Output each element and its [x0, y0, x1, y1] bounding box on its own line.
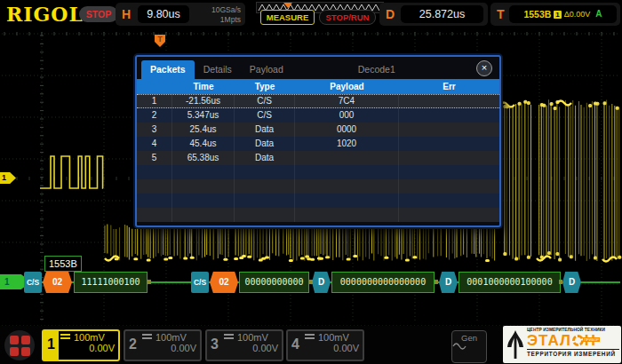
d-label: D: [386, 7, 395, 21]
trigger-channel-badge: 1: [554, 11, 561, 19]
decode-bus-label: 1553B: [44, 256, 82, 272]
bus-segment: 02: [43, 272, 72, 293]
tab-decode1[interactable]: Decode1: [349, 60, 404, 79]
channel-2-button[interactable]: 2 100mV 0.00V: [124, 329, 202, 361]
dc-coupling-icon: [60, 334, 70, 342]
channel-4-button[interactable]: 4 100mV 0.00V: [286, 329, 364, 361]
sine-wave-icon: [452, 343, 466, 350]
channel-offset: 0.00V: [60, 343, 115, 353]
delay-value[interactable]: 25.872us: [401, 5, 483, 23]
bus-segment: D: [312, 272, 331, 293]
channel-offset: 0.00V: [305, 343, 359, 353]
channel-1-button[interactable]: 1 100mV 0.00V: [42, 329, 120, 361]
channel-scale: 100mV: [74, 332, 105, 343]
table-row-empty: [137, 194, 499, 208]
gear-icon: [572, 335, 584, 346]
channel-scale: 100mV: [318, 332, 349, 343]
tab-packets[interactable]: Packets: [141, 60, 195, 79]
horizontal-panel[interactable]: H 9.80us 10GSa/s1Mpts: [116, 3, 245, 26]
trigger-source: 1553B: [523, 5, 551, 23]
delay-panel[interactable]: D 25.872us: [379, 3, 488, 26]
measure-button[interactable]: MEASURE: [260, 10, 315, 25]
table-row-empty: [137, 179, 499, 194]
table-row-empty: [137, 208, 499, 222]
col-type: Type: [235, 79, 295, 94]
bus-segment: C/S: [24, 272, 42, 293]
tab-details[interactable]: Details: [195, 60, 241, 79]
table-row[interactable]: 325.4us Data0000: [137, 123, 499, 137]
trigger-mode: A: [595, 5, 602, 23]
timebase-value[interactable]: 9.80us: [138, 5, 189, 23]
bus-segment: D: [439, 272, 458, 293]
bus-continuation-dot: [559, 280, 562, 284]
table-row[interactable]: 445.4us Data1020: [137, 137, 499, 151]
etalon-logo: ЦЕНТР ИЗМЕРИТЕЛЬНОЙ ТЕХНИКИ ЭТАЛН ТЕРРИТ…: [503, 326, 621, 363]
trigger-panel[interactable]: T 1553B 1 Δ0.00V A: [490, 3, 620, 26]
gen-label: Gen: [452, 333, 486, 343]
table-row[interactable]: 1-21.56us C/S7C4: [137, 94, 499, 108]
bus-segment: 11111000100: [74, 272, 148, 293]
top-toolbar: RIGOL STOP H 9.80us 10GSa/s1Mpts MEASURE…: [0, 0, 622, 29]
channel-scale: 100mV: [237, 332, 268, 343]
tab-payload[interactable]: Payload: [241, 60, 292, 79]
trigger-value[interactable]: 1553B 1 Δ0.00V A: [509, 5, 617, 23]
channel-offset: 0.00V: [224, 343, 278, 353]
dialog-tab-bar: Packets Details Payload Decode1 ×: [137, 57, 499, 79]
bus-segment: 0001000000100000: [459, 272, 561, 293]
run-state-badge[interactable]: STOP: [79, 6, 118, 22]
table-row-empty: [137, 165, 499, 179]
oscilloscope-screen: T 1 1 1553B C/S 02 11111000100 C/S 02 00…: [0, 0, 622, 364]
logo-bottom-line: ТЕРРИТОРИЯ ИЗМЕРЕНИЙ: [527, 349, 619, 357]
overview-trigger-marker: [283, 3, 292, 8]
channel-number: 2: [125, 331, 140, 360]
stop-run-button[interactable]: STOP/RUN: [319, 10, 376, 25]
bus-segment: D: [562, 272, 581, 293]
table-row[interactable]: 25.347us C/S000: [137, 108, 499, 123]
t-label: T: [497, 7, 505, 21]
dc-coupling-icon: [305, 334, 315, 342]
decode-packets-dialog: Packets Details Payload Decode1 × Time T…: [135, 55, 501, 227]
dc-coupling-icon: [224, 334, 234, 342]
logo-name: ЭТАЛН: [527, 332, 619, 349]
rigol-logo: RIGOL: [6, 3, 84, 26]
channel-number: 3: [207, 331, 222, 360]
etalon-glyph-icon: [506, 329, 525, 360]
bus-continuation-dot: [309, 280, 313, 284]
table-header-row: Time Type Payload Err: [137, 79, 499, 94]
table-row[interactable]: 565.38us Data: [137, 151, 499, 165]
channel-offset: 0.00V: [142, 343, 196, 353]
trigger-level: Δ0.00V: [564, 5, 591, 23]
acquisition-info: 10GSa/s1Mpts: [211, 5, 241, 24]
channel-number: 1: [44, 331, 59, 360]
col-err: Err: [399, 79, 499, 94]
bus-continuation-dot: [435, 280, 438, 284]
col-time: Time: [172, 79, 235, 94]
bus-segment: 02: [210, 272, 238, 293]
h-label: H: [122, 7, 131, 21]
close-icon[interactable]: ×: [476, 60, 492, 76]
channel-number: 4: [288, 331, 303, 360]
bus-segment: 00000000000: [239, 272, 309, 293]
bus-continuation-dot: [148, 280, 151, 284]
channel-scale: 100mV: [156, 332, 187, 343]
bottom-toolbar: 1 100mV 0.00V 2 100mV 0.00V 3 100mV 0.00…: [0, 326, 622, 364]
bus-segment: C/S: [191, 272, 209, 293]
gen-button[interactable]: Gen: [451, 330, 487, 363]
col-index: [137, 79, 172, 94]
dc-coupling-icon: [142, 334, 152, 342]
channel-3-button[interactable]: 3 100mV 0.00V: [205, 329, 283, 361]
bus-segment: 0000000000000000: [331, 272, 435, 293]
channel-menu-button[interactable]: [4, 330, 35, 360]
logo-badge: ПРИБОР: [583, 337, 600, 342]
col-payload: Payload: [295, 79, 399, 94]
